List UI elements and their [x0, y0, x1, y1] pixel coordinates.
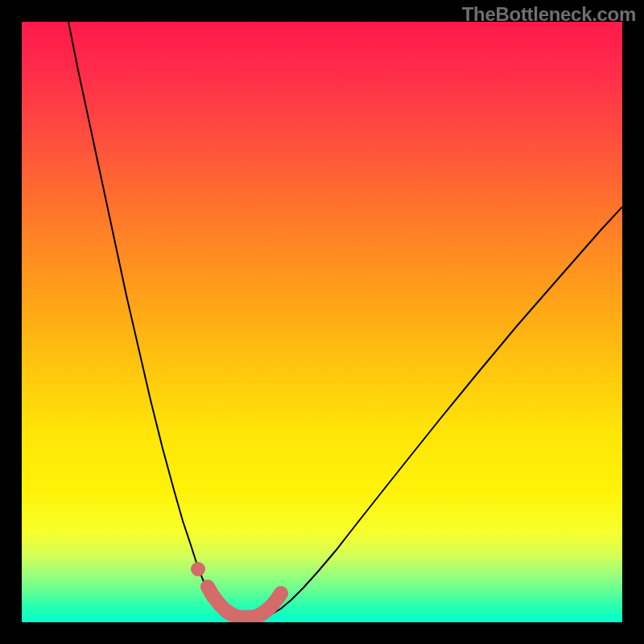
highlight-layer — [22, 22, 622, 622]
plot-area — [22, 22, 622, 622]
outer-frame: TheBottleneck.com — [0, 0, 644, 644]
left-dot-marker — [191, 562, 205, 576]
watermark-text: TheBottleneck.com — [462, 3, 636, 26]
trough-highlight-path — [208, 587, 281, 617]
